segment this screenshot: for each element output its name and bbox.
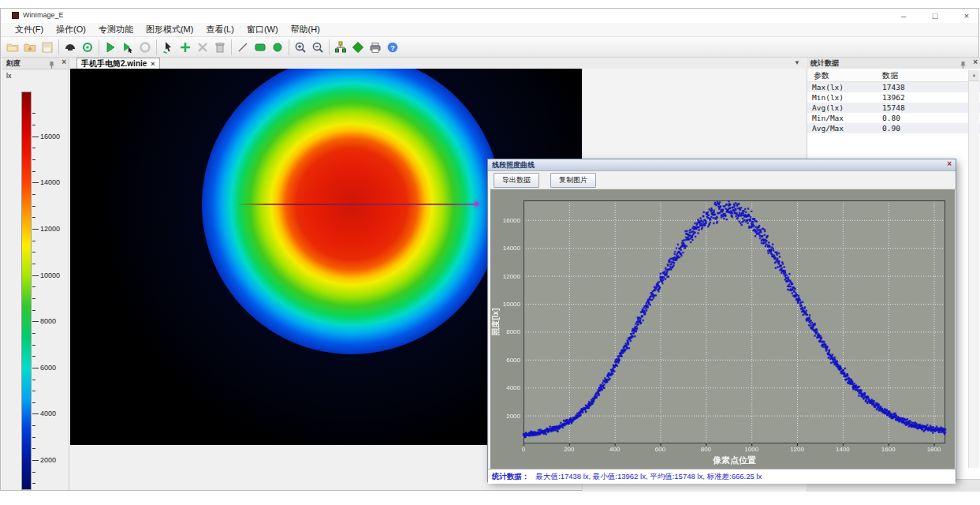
rect-tool-icon[interactable] xyxy=(252,39,269,56)
menu-item-5[interactable]: 窗口(W) xyxy=(240,23,285,36)
line-profile-window-titlebar[interactable]: 线段照度曲线 × xyxy=(488,159,956,171)
colorbar-tick-label: 10000 xyxy=(40,271,60,279)
profile-chart-canvas xyxy=(490,189,955,469)
stats-row[interactable]: Avg(lx)15748 xyxy=(807,103,980,113)
play-cursor-icon[interactable] xyxy=(119,39,136,56)
cursor-arrow-icon[interactable] xyxy=(159,39,177,56)
title-bar[interactable]: WinImage_E – □ × xyxy=(1,9,978,23)
ellipse-tool-icon[interactable] xyxy=(269,39,286,56)
colorbar-major-tick xyxy=(32,321,39,322)
colorbar-minor-tick xyxy=(32,333,35,334)
line-profile-toolbar: 导出数据 复制图片 xyxy=(488,171,956,189)
scale-panel: 刻度 × lx 16000140001200010000800060004000… xyxy=(2,58,69,490)
zoom-out-icon[interactable] xyxy=(309,39,326,56)
tab-overflow-icon[interactable]: ▼ xyxy=(794,59,800,66)
zoom-in-icon[interactable] xyxy=(292,39,309,56)
pin-icon[interactable] xyxy=(959,58,967,67)
colorbar-minor-tick xyxy=(32,310,35,311)
close-button[interactable]: × xyxy=(961,9,972,23)
menu-item-3[interactable]: 图形模式(M) xyxy=(140,23,200,36)
scroll-up-icon[interactable]: ▲ xyxy=(969,70,979,81)
colorbar-major-tick xyxy=(32,368,39,368)
colorbar-minor-tick xyxy=(32,356,35,357)
import-folder-icon[interactable] xyxy=(21,39,39,56)
trash-icon[interactable] xyxy=(211,39,229,56)
colorbar-minor-tick xyxy=(32,252,35,252)
stats-row[interactable]: Max(lx)17438 xyxy=(807,82,980,92)
scale-panel-header: 刻度 × xyxy=(2,58,69,69)
line-probe-endpoint-marker[interactable] xyxy=(475,202,479,206)
colorbar-major-tick xyxy=(32,275,39,276)
print-icon[interactable] xyxy=(367,39,384,56)
menu-bar: 文件(F)操作(O)专测功能图形模式(M)查看(L)窗口(W)帮助(H) xyxy=(1,23,978,37)
stop-circle-icon[interactable] xyxy=(136,39,154,56)
menu-item-4[interactable]: 查看(L) xyxy=(199,23,240,36)
colorbar-minor-tick xyxy=(32,286,35,287)
delete-cross-icon[interactable] xyxy=(194,39,211,56)
tree-structure-icon[interactable] xyxy=(332,39,349,56)
colorbar-minor-tick xyxy=(32,472,35,473)
menu-item-2[interactable]: 专测功能 xyxy=(92,23,140,36)
colorbar-minor-tick xyxy=(32,402,35,403)
app-window: WinImage_E – □ × 文件(F)操作(O)专测功能图形模式(M)查看… xyxy=(0,8,979,491)
toolbar-group-6: ? xyxy=(332,39,401,56)
colorbar-minor-tick xyxy=(32,380,35,380)
stats-value: 15748 xyxy=(882,103,905,112)
target-circle-icon[interactable] xyxy=(79,39,96,56)
add-cross-icon[interactable] xyxy=(177,39,194,56)
capture-cap-icon[interactable] xyxy=(61,39,79,56)
tab-close-icon[interactable]: × xyxy=(151,60,155,68)
help-icon[interactable]: ? xyxy=(384,39,401,56)
colorbar-minor-tick xyxy=(32,148,35,148)
pin-icon[interactable] xyxy=(47,58,56,67)
toolbar-separator xyxy=(329,39,330,55)
tab-active-document[interactable]: 手机手电筒2.winie× xyxy=(76,58,160,69)
toolbar-separator xyxy=(58,39,59,55)
colorbar-minor-tick xyxy=(32,194,35,195)
stats-value: 17438 xyxy=(882,83,905,92)
maximize-button[interactable]: □ xyxy=(930,9,941,23)
line-tool-icon[interactable] xyxy=(234,39,252,56)
scale-panel-close-icon[interactable]: × xyxy=(61,58,66,66)
stats-param: Avg/Max xyxy=(812,124,844,133)
statistics-scrollbar[interactable]: ▲ xyxy=(968,70,979,468)
colorbar-tick-label: 2000 xyxy=(40,456,56,464)
column-header-data: 数据 xyxy=(882,70,898,81)
line-probe[interactable] xyxy=(237,204,479,205)
colorbar-minor-tick xyxy=(32,206,35,207)
scale-panel-title: 刻度 xyxy=(6,58,20,69)
toolbar-separator xyxy=(99,39,99,55)
colorbar-minor-tick xyxy=(32,241,35,241)
colorbar-minor-tick xyxy=(32,171,35,172)
scale-unit-label: lx xyxy=(6,72,12,80)
colorbar-major-tick xyxy=(32,229,39,230)
colorbar-tick-label: 4000 xyxy=(40,410,56,417)
menu-item-6[interactable]: 帮助(H) xyxy=(285,23,326,36)
stats-value: 0.80 xyxy=(882,114,900,122)
statistics-panel-close-icon[interactable]: × xyxy=(973,58,978,66)
stats-value: 13962 xyxy=(882,93,905,102)
minimize-button[interactable]: – xyxy=(898,9,909,23)
stats-row[interactable]: Min(lx)13962 xyxy=(807,92,980,103)
stats-row[interactable]: Min/Max0.80 xyxy=(807,113,980,123)
play-icon[interactable] xyxy=(102,39,119,56)
save-icon[interactable] xyxy=(39,39,56,56)
line-profile-window-close-icon[interactable]: × xyxy=(947,159,952,168)
line-profile-window: 线段照度曲线 × 导出数据 复制图片 统计数据：最大值:17438 lx, 最小… xyxy=(487,159,956,482)
colorbar-tick-label: 6000 xyxy=(40,364,56,372)
colorbar-major-tick xyxy=(32,182,39,183)
status-values: 最大值:17438 lx, 最小值:13962 lx, 平均值:15748 lx… xyxy=(536,472,762,481)
menu-item-0[interactable]: 文件(F) xyxy=(9,23,50,36)
tab-label: 手机手电筒2.winie xyxy=(81,59,147,68)
stats-row[interactable]: Avg/Max0.90 xyxy=(807,123,980,133)
copy-image-button[interactable]: 复制图片 xyxy=(550,173,596,188)
colorbar xyxy=(21,92,32,490)
colorbar-minor-tick xyxy=(32,483,35,484)
export-data-button[interactable]: 导出数据 xyxy=(494,173,539,188)
status-prefix: 统计数据： xyxy=(492,472,530,481)
toolbar-group-3 xyxy=(159,39,229,56)
colorbar-major-tick xyxy=(32,460,39,461)
open-folder-icon[interactable] xyxy=(4,39,21,56)
diamond-icon[interactable] xyxy=(349,39,367,56)
menu-item-1[interactable]: 操作(O) xyxy=(50,23,92,36)
